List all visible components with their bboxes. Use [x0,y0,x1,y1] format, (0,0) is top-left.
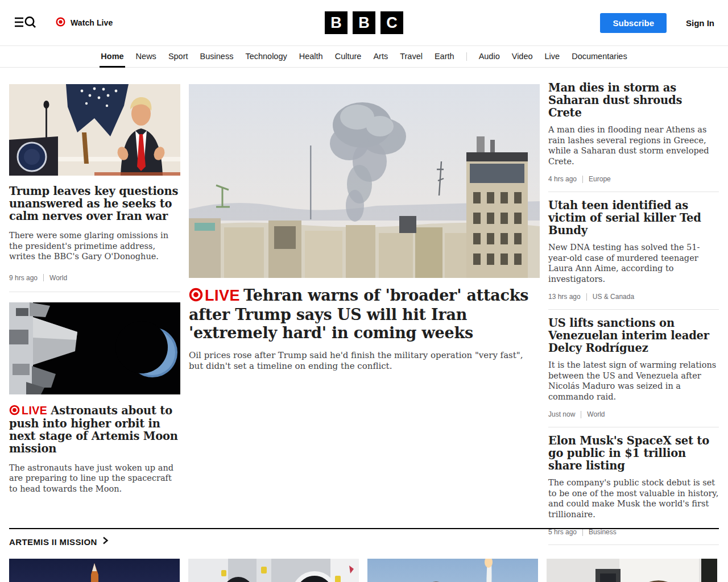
watch-live-label: Watch Live [71,18,113,27]
artemis-section: ARTEMIS II MISSION [9,528,719,582]
right-column: Man dies in storm as Saharan dust shroud… [548,84,719,552]
story-main: LIVETehran warns of 'broader' attacks af… [189,84,540,372]
story-trump-meta: 9 hrs ago World [9,274,180,282]
story-divider [548,192,719,192]
category-tag[interactable]: Europe [589,175,611,183]
nav-divider [466,52,467,61]
header-actions: Subscribe Sign In [600,13,714,33]
category-tag[interactable]: World [587,410,605,418]
story-crete: Man dies in storm as Saharan dust shroud… [548,82,719,192]
primary-nav: Home News Sport Business Technology Heal… [0,45,728,68]
logo-letter: B [325,11,348,34]
section-title: ARTEMIS II MISSION [9,537,97,547]
left-column: Trump leaves key questions unanswered as… [9,84,180,552]
story-artemis-description: The astronauts have just woken up and ar… [9,463,180,494]
timestamp: 4 hrs ago [548,175,577,183]
rocket-dusk-image[interactable] [9,559,180,582]
nav-item-live[interactable]: Live [544,46,561,68]
watch-live-button[interactable]: Watch Live [56,17,113,28]
artemis-thumbnails [9,559,719,582]
nav-item-video[interactable]: Video [511,46,534,68]
story-bundy: Utah teen identified as victim of serial… [548,199,719,310]
sign-in-link[interactable]: Sign In [686,18,714,28]
timestamp: 13 hrs ago [548,293,581,301]
bbc-homepage: Watch Live B B C Subscribe Sign In Home … [0,0,728,582]
live-badge: LIVE [9,404,47,417]
nav-item-home[interactable]: Home [100,46,125,68]
live-record-icon [56,17,65,28]
logo-letter: C [380,11,403,34]
story-divider [9,292,180,292]
story-venezuela-headline[interactable]: US lifts sanctions on Venezuelan interim… [548,317,719,355]
nav-item-sport[interactable]: Sport [167,46,189,68]
story-crete-meta: 4 hrs ago Europe [548,175,719,183]
story-bundy-meta: 13 hrs ago US & Canada [548,293,719,301]
meta-divider [43,274,44,281]
section-top-border: ARTEMIS II MISSION [9,528,719,547]
story-trump: Trump leaves key questions unanswered as… [9,84,180,292]
meta-divider [582,176,583,183]
nav-item-health[interactable]: Health [298,46,324,68]
trump-podium-image[interactable] [9,84,180,176]
story-spacex-description: The company's public stock debut is set … [548,477,719,519]
center-column: LIVETehran warns of 'broader' attacks af… [189,84,540,552]
category-tag[interactable]: US & Canada [593,293,634,301]
live-badge: LIVE [189,287,240,304]
story-spacex-headline[interactable]: Elon Musk's SpaceX set to go public in $… [548,435,719,472]
subscribe-button[interactable]: Subscribe [600,13,667,33]
nav-item-earth[interactable]: Earth [433,46,456,68]
chevron-right-icon [102,537,109,547]
launch-spectator-image[interactable] [367,559,538,582]
story-artemis-headline[interactable]: LIVEAstronauts about to push into higher… [9,404,180,455]
timestamp: 9 hrs ago [9,274,38,282]
story-bundy-description: New DNA testing has solved the 51-year-o… [548,242,719,284]
nav-item-business[interactable]: Business [199,46,235,68]
live-record-icon [189,288,203,305]
story-artemis-live: LIVEAstronauts about to push into higher… [9,302,180,494]
category-tag[interactable]: World [49,274,67,282]
story-main-description: Oil prices rose after Trump said he'd fi… [189,350,540,372]
nav-item-technology[interactable]: Technology [244,46,288,68]
nav-item-audio[interactable]: Audio [478,46,501,68]
astronauts-suitup-image[interactable] [188,559,359,582]
site-header: Watch Live B B C Subscribe Sign In [0,0,728,45]
top-stories-grid: Trump leaves key questions unanswered as… [0,84,728,552]
story-divider [548,309,719,310]
nav-item-travel[interactable]: Travel [399,46,424,68]
menu-search-button[interactable] [14,15,36,31]
artemis-section-link[interactable]: ARTEMIS II MISSION [9,537,719,547]
story-venezuela-meta: Just now World [548,410,719,418]
artemis-spacecraft-image[interactable] [9,302,180,394]
story-crete-headline[interactable]: Man dies in storm as Saharan dust shroud… [548,82,719,119]
story-divider [548,427,719,427]
live-record-icon [9,405,20,418]
story-venezuela-description: It is the latest sign of warming relatio… [548,360,719,402]
logo-letter: B [353,11,375,34]
nav-item-arts[interactable]: Arts [372,46,389,68]
meta-divider [586,293,587,301]
story-main-headline[interactable]: LIVETehran warns of 'broader' attacks af… [189,286,540,342]
nav-item-documentaries[interactable]: Documentaries [570,46,628,68]
timestamp: Just now [548,410,575,418]
interview-room-image[interactable] [547,559,717,582]
story-venezuela: US lifts sanctions on Venezuelan interim… [548,317,719,427]
story-trump-headline[interactable]: Trump leaves key questions unanswered as… [9,185,180,223]
nav-item-culture[interactable]: Culture [334,46,363,68]
story-bundy-headline[interactable]: Utah teen identified as victim of serial… [548,199,719,237]
tehran-smoke-image[interactable] [189,84,540,278]
meta-divider [581,411,581,418]
bbc-logo[interactable]: B B C [325,11,403,34]
hamburger-search-icon [14,15,36,31]
nav-item-news[interactable]: News [135,46,158,68]
story-crete-description: A man dies in flooding near Athens as ra… [548,124,719,167]
story-trump-description: There were some glaring omissions in the… [9,230,180,262]
